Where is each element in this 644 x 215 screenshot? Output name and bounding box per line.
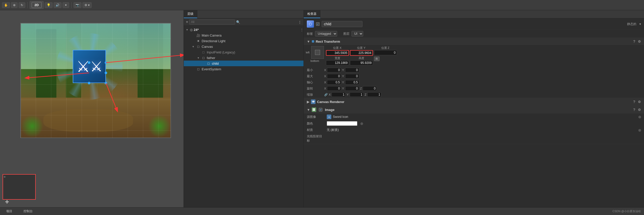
anchor-max-row: 最大 X Y: [304, 73, 644, 79]
pos-y-cell: 位置 Y: [350, 46, 373, 56]
sword-scene-object[interactable]: ⚔: [73, 50, 106, 83]
light-toggle-btn[interactable]: 💡: [45, 2, 53, 8]
width-label: 宽度: [335, 56, 340, 60]
selection-handle-tr[interactable]: [105, 61, 107, 64]
canvas-label: Canvas: [202, 45, 213, 49]
width-input[interactable]: [326, 60, 349, 65]
selection-handle-br[interactable]: [105, 82, 107, 84]
move-tool-btn[interactable]: ⊕: [11, 2, 18, 8]
color-pick-icon[interactable]: ◎: [360, 122, 363, 125]
static-dropdown-icon[interactable]: ▾: [639, 22, 641, 26]
camera-btn[interactable]: 📷: [74, 2, 81, 8]
object-name-input[interactable]: [322, 21, 362, 27]
tag-dropdown[interactable]: Untagged: [315, 31, 337, 37]
image-help-icon[interactable]: ?: [633, 108, 635, 112]
mini-preview-box: ⊕: [3, 174, 36, 200]
scale-z-label: Z: [365, 93, 367, 96]
rotation-z-input[interactable]: [363, 86, 377, 91]
pos-x-label: 位置 X: [333, 46, 341, 50]
scale-y-label: Y: [347, 93, 348, 96]
tree-item-eventsystem[interactable]: □ EventSystem: [184, 66, 303, 72]
canvas-renderer-header[interactable]: ▶ 👁 Canvas Renderer ? ⚙: [304, 98, 644, 106]
selection-handle-mr[interactable]: [105, 72, 107, 74]
anchor-preset-diagram[interactable]: [311, 46, 324, 59]
selection-handle-tl[interactable]: [88, 61, 90, 64]
canvas-renderer-help-icon[interactable]: ?: [633, 100, 635, 104]
scene-view[interactable]: ⚔: [0, 10, 184, 207]
selection-handle-bl[interactable]: [88, 82, 90, 84]
static-label: 静态的: [627, 22, 636, 26]
r-button[interactable]: R: [374, 56, 380, 61]
anchor-max-x-input[interactable]: [327, 74, 341, 78]
scene-canvas: ⚔: [0, 10, 184, 207]
tree-item-inputfield[interactable]: □ InputField (Legacy): [184, 49, 303, 55]
project-tab[interactable]: 项目: [3, 208, 15, 214]
pivot-x-input[interactable]: [327, 80, 341, 85]
pos-y-input[interactable]: [350, 50, 373, 56]
hierarchy-search-input[interactable]: [189, 19, 235, 25]
effect-toggle-btn[interactable]: ✦: [63, 2, 69, 8]
rect-transform-settings-icon[interactable]: ⚙: [638, 40, 641, 43]
image-settings-icon[interactable]: ⚙: [638, 108, 641, 112]
image-active-checkbox[interactable]: ✓: [319, 108, 322, 111]
rotation-y-input[interactable]: [345, 86, 359, 91]
rotate-tool-btn[interactable]: ↻: [19, 2, 25, 8]
hierarchy-tab[interactable]: 层级: [184, 10, 197, 18]
anchor-diagram-area: left bottom: [306, 46, 324, 66]
tree-item-father[interactable]: ▼ □ father: [184, 55, 303, 61]
scale-z-input[interactable]: [367, 92, 381, 97]
color-swatch[interactable]: [327, 121, 357, 126]
source-image-pick-icon[interactable]: ◎: [638, 115, 641, 119]
scene-options-icon[interactable]: ⋮: [300, 28, 303, 32]
anchor-min-x-input[interactable]: [327, 68, 341, 72]
tree-item-child[interactable]: □ child: [184, 61, 303, 66]
rotation-x-input[interactable]: [327, 86, 341, 91]
r-btn-cell: R: [374, 56, 380, 65]
inspector-tab[interactable]: 检查器: [304, 10, 320, 18]
anchor-max-y-input[interactable]: [345, 74, 359, 78]
rect-transform-help-icon[interactable]: ?: [633, 39, 635, 43]
canvas-renderer-title: Canvas Renderer: [317, 100, 344, 104]
sound-toggle-btn[interactable]: 🔊: [54, 2, 62, 8]
console-tab[interactable]: 控制台: [20, 208, 36, 214]
pos-x-input[interactable]: [326, 50, 349, 56]
scale-label: 缩放: [307, 93, 322, 97]
material-pick-icon[interactable]: ◎: [638, 128, 641, 132]
cube-symbol: ⬡: [309, 22, 312, 26]
active-checkbox[interactable]: ✓: [316, 22, 320, 26]
pivot-x-label: X: [324, 81, 326, 84]
pos-z-label: 位置 Z: [381, 46, 390, 50]
rect-transform-header[interactable]: ▼ ⊞ Rect Transform ? ⚙: [304, 38, 644, 45]
search-icon[interactable]: 🔍: [236, 20, 240, 24]
scene-root-item[interactable]: ▼ ◎ 24* ⋮: [184, 27, 303, 32]
anchor-min-group: X Y: [324, 68, 359, 72]
gizmos-btn[interactable]: ⚙ ▾: [82, 2, 92, 8]
height-cell: 高度: [350, 56, 373, 65]
scale-x-input[interactable]: [332, 92, 346, 97]
color-label: 颜色: [307, 121, 325, 126]
hand-tool-btn[interactable]: ✋: [2, 2, 10, 8]
pivot-y-input[interactable]: [345, 80, 359, 85]
tree-item-canvas[interactable]: ▼ □ Canvas: [184, 44, 303, 49]
scale-row: 缩放 🔗 X Y Z: [304, 92, 644, 98]
anchor-min-y-input[interactable]: [345, 68, 359, 72]
left-anchor-label: left: [306, 51, 310, 54]
2d-label: 2D: [32, 2, 42, 8]
material-row: 材质 无 (材质) ◎: [304, 127, 644, 133]
anchor-max-y-label: Y: [342, 75, 344, 78]
sep1: [27, 2, 28, 8]
object-header: ⬡ ✓ 静态的 ▾: [304, 18, 644, 30]
hierarchy-options-icon[interactable]: ⋮: [298, 20, 301, 24]
toggle-2d-btn[interactable]: 2D: [30, 1, 44, 9]
tree-item-directional-light[interactable]: ☀ Directional Light: [184, 38, 303, 44]
scale-y-input[interactable]: [350, 92, 364, 97]
layer-dropdown[interactable]: UI: [351, 31, 363, 37]
canvas-renderer-settings-icon[interactable]: ⚙: [638, 100, 641, 104]
tree-item-main-camera[interactable]: 🎥 Main Camera: [184, 32, 303, 38]
image-header[interactable]: ▼ 🖼 ✓ Image ? ⚙: [304, 106, 644, 114]
add-icon[interactable]: +: [186, 20, 188, 24]
rect-transform-icon-area: ⊞: [312, 40, 314, 43]
tag-layer-row: 标签 Untagged 图层 UI: [304, 30, 644, 38]
pos-z-input[interactable]: [374, 50, 397, 55]
height-input[interactable]: [350, 60, 373, 65]
